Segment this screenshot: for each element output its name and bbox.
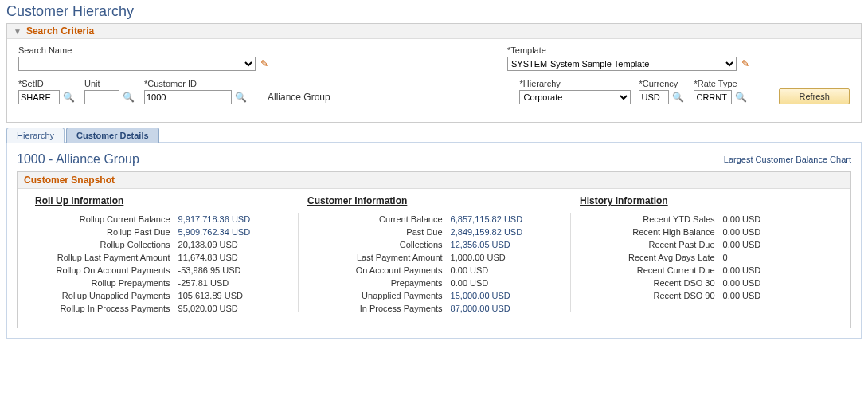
rollup-label: Rollup Past Due	[33, 227, 178, 237]
customer-value: 0.00 USD	[451, 278, 562, 288]
history-label: Recent High Balance	[578, 227, 723, 237]
customer-row: Past Due2,849,159.82 USD	[306, 227, 562, 237]
history-label: Recent Current Due	[578, 265, 723, 275]
history-label: Recent YTD Sales	[578, 214, 723, 224]
rollup-row: Rollup Past Due5,909,762.34 USD	[33, 227, 290, 237]
history-label: Recent DSO 90	[578, 291, 723, 300]
customer-column: Customer Information Current Balance6,85…	[298, 195, 570, 316]
setid-label: SetID	[18, 79, 76, 88]
history-label: Recent DSO 30	[578, 278, 723, 288]
history-row: Recent DSO 900.00 USD	[578, 291, 835, 300]
customer-label: In Process Payments	[306, 304, 451, 313]
history-value: 0.00 USD	[723, 278, 835, 288]
history-row: Recent Past Due0.00 USD	[578, 240, 835, 249]
customer-id-label: Customer ID	[144, 79, 248, 88]
customer-value: 0.00 USD	[451, 265, 562, 275]
customer-value[interactable]: 2,849,159.82 USD	[451, 227, 562, 237]
customer-row: Prepayments0.00 USD	[306, 278, 562, 288]
customer-row: In Process Payments87,000.00 USD	[306, 304, 562, 313]
history-value: 0.00 USD	[723, 291, 835, 300]
search-criteria-section: ▼ Search Criteria Search Name ✎ Template…	[6, 23, 862, 123]
customer-value[interactable]: 15,000.00 USD	[451, 291, 562, 300]
history-column: History Information Recent YTD Sales0.00…	[570, 195, 843, 316]
rollup-label: Rollup Collections	[33, 240, 178, 249]
rollup-heading: Roll Up Information	[33, 195, 290, 206]
rollup-label: Rollup Current Balance	[33, 214, 178, 224]
hierarchy-label: Hierarchy	[519, 79, 631, 88]
unit-input[interactable]	[84, 90, 119, 104]
customer-value: 1,000.00 USD	[451, 253, 562, 262]
search-criteria-title: Search Criteria	[26, 26, 94, 37]
rate-type-input[interactable]	[694, 90, 732, 104]
lookup-icon[interactable]: 🔍	[233, 92, 248, 103]
edit-icon[interactable]: ✎	[738, 58, 749, 69]
history-row: Recent High Balance0.00 USD	[578, 227, 835, 237]
customer-value[interactable]: 87,000.00 USD	[451, 304, 562, 313]
page-title: Customer Hierarchy	[6, 3, 862, 20]
history-value: 0	[723, 253, 835, 262]
template-select[interactable]: SYSTEM-System Sample Template	[507, 57, 737, 71]
history-label: Recent Avg Days Late	[578, 253, 723, 262]
lookup-icon[interactable]: 🔍	[61, 92, 76, 103]
rate-type-label: Rate Type	[694, 79, 749, 88]
rollup-column: Roll Up Information Rollup Current Balan…	[25, 195, 298, 316]
rollup-row: Rollup Unapplied Payments105,613.89 USD	[33, 291, 290, 300]
customer-value[interactable]: 12,356.05 USD	[451, 240, 562, 249]
history-row: Recent Current Due0.00 USD	[578, 265, 835, 275]
rollup-row: Rollup Prepayments-257.81 USD	[33, 278, 290, 288]
rollup-label: Rollup Unapplied Payments	[33, 291, 178, 300]
history-row: Recent Avg Days Late0	[578, 253, 835, 262]
refresh-button[interactable]: Refresh	[779, 88, 850, 104]
collapse-icon[interactable]: ▼	[14, 27, 22, 36]
rollup-label: Rollup Last Payment Amount	[33, 253, 178, 262]
customer-row: Unapplied Payments15,000.00 USD	[306, 291, 562, 300]
customer-label: Collections	[306, 240, 451, 249]
customer-details-panel: 1000 - Alliance Group Largest Customer B…	[6, 142, 862, 339]
history-label: Recent Past Due	[578, 240, 723, 249]
customer-row: Current Balance6,857,115.82 USD	[306, 214, 562, 224]
customer-name-display: Alliance Group	[256, 92, 330, 104]
rollup-row: Rollup Collections20,138.09 USD	[33, 240, 290, 249]
currency-input[interactable]	[639, 90, 669, 104]
customer-label: On Account Payments	[306, 265, 451, 275]
rollup-value: 95,020.00 USD	[178, 304, 290, 313]
lookup-icon[interactable]: 🔍	[121, 92, 136, 103]
balance-chart-link[interactable]: Largest Customer Balance Chart	[724, 155, 851, 164]
customer-row: Collections12,356.05 USD	[306, 240, 562, 249]
rollup-row: Rollup On Account Payments-53,986.95 USD	[33, 265, 290, 275]
customer-label: Current Balance	[306, 214, 451, 224]
setid-input[interactable]	[18, 90, 60, 104]
customer-value[interactable]: 6,857,115.82 USD	[451, 214, 562, 224]
rollup-label: Rollup On Account Payments	[33, 265, 178, 275]
template-label: Template	[507, 45, 762, 55]
tab-hierarchy[interactable]: Hierarchy	[6, 128, 65, 143]
customer-row: Last Payment Amount1,000.00 USD	[306, 253, 562, 262]
rollup-label: Rollup Prepayments	[33, 278, 178, 288]
lookup-icon[interactable]: 🔍	[733, 92, 749, 103]
rollup-row: Rollup Current Balance9,917,718.36 USD	[33, 214, 290, 224]
customer-snapshot-header: Customer Snapshot	[18, 172, 850, 189]
customer-id-input[interactable]	[144, 90, 232, 104]
currency-label: Currency	[639, 79, 686, 88]
search-criteria-header[interactable]: ▼ Search Criteria	[7, 24, 861, 39]
customer-label: Past Due	[306, 227, 451, 237]
hierarchy-select[interactable]: Corporate	[519, 90, 631, 104]
lookup-icon[interactable]: 🔍	[671, 92, 686, 103]
edit-icon[interactable]: ✎	[257, 58, 268, 69]
history-value: 0.00 USD	[723, 265, 835, 275]
rollup-value[interactable]: 5,909,762.34 USD	[178, 227, 290, 237]
search-name-select[interactable]	[18, 57, 256, 71]
rollup-value: 20,138.09 USD	[178, 240, 290, 249]
rollup-value: -53,986.95 USD	[178, 265, 290, 275]
rollup-value[interactable]: 9,917,718.36 USD	[178, 214, 290, 224]
history-value: 0.00 USD	[723, 240, 835, 249]
customer-heading: Customer Information	[306, 195, 562, 206]
rollup-row: Rollup Last Payment Amount11,674.83 USD	[33, 253, 290, 262]
history-row: Recent DSO 300.00 USD	[578, 278, 835, 288]
search-name-label: Search Name	[18, 45, 265, 55]
rollup-row: Rollup In Process Payments95,020.00 USD	[33, 304, 290, 313]
history-value: 0.00 USD	[723, 227, 835, 237]
rollup-value: 11,674.83 USD	[178, 253, 290, 262]
unit-label: Unit	[84, 79, 136, 88]
tab-customer-details[interactable]: Customer Details	[66, 128, 158, 143]
